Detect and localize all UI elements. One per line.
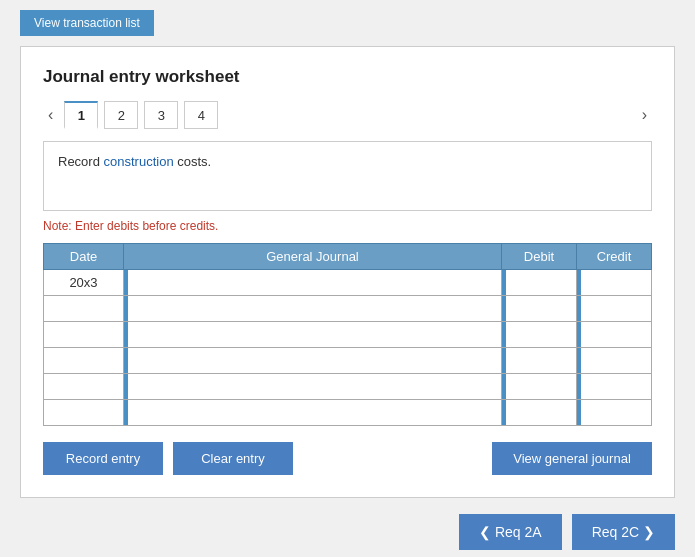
table-row: 20x3 [44,270,652,296]
prev-req-button[interactable]: ❮ Req 2A [459,514,562,550]
debit-input-3[interactable] [502,322,576,347]
journal-input-2[interactable] [134,296,501,321]
journal-table: Date General Journal Debit Credit 20x3 [43,243,652,426]
journal-cell-6[interactable] [124,400,502,426]
tab-1[interactable]: 1 [64,101,98,129]
debit-cell-3[interactable] [502,322,577,348]
table-row [44,296,652,322]
col-header-date: Date [44,244,124,270]
worksheet-card: Journal entry worksheet ‹ 1 2 3 4 › Reco… [20,46,675,498]
tab-prev-arrow[interactable]: ‹ [43,104,58,126]
col-header-debit: Debit [502,244,577,270]
date-cell-6 [44,400,124,426]
table-row [44,348,652,374]
tab-next-arrow[interactable]: › [637,104,652,126]
col-header-credit: Credit [577,244,652,270]
credit-cell-6[interactable] [577,400,652,426]
next-req-button[interactable]: Req 2C ❯ [572,514,675,550]
tab-navigation: ‹ 1 2 3 4 › [43,101,652,129]
credit-input-1[interactable] [577,270,651,295]
credit-cell-2[interactable] [577,296,652,322]
journal-cell-3[interactable] [124,322,502,348]
credit-cell-4[interactable] [577,348,652,374]
date-cell-2 [44,296,124,322]
debit-input-5[interactable] [502,374,576,399]
journal-cell-2[interactable] [124,296,502,322]
debit-input-6[interactable] [502,400,576,425]
instruction-text: Record construction costs. [58,154,211,169]
journal-input-4[interactable] [134,348,501,373]
debit-input-2[interactable] [502,296,576,321]
tab-2[interactable]: 2 [104,101,138,129]
debit-cell-1[interactable] [502,270,577,296]
table-row [44,322,652,348]
journal-cell-1[interactable] [124,270,502,296]
journal-cell-5[interactable] [124,374,502,400]
date-cell-4 [44,348,124,374]
journal-input-5[interactable] [134,374,501,399]
table-row [44,400,652,426]
debit-input-1[interactable] [502,270,576,295]
debit-cell-5[interactable] [502,374,577,400]
date-cell-1: 20x3 [44,270,124,296]
credit-cell-5[interactable] [577,374,652,400]
debit-cell-4[interactable] [502,348,577,374]
clear-entry-button[interactable]: Clear entry [173,442,293,475]
instruction-box: Record construction costs. [43,141,652,211]
journal-input-6[interactable] [134,400,501,425]
journal-input-3[interactable] [134,322,501,347]
credit-input-3[interactable] [577,322,651,347]
debit-cell-6[interactable] [502,400,577,426]
debit-input-4[interactable] [502,348,576,373]
view-general-journal-button[interactable]: View general journal [492,442,652,475]
credit-input-2[interactable] [577,296,651,321]
credit-input-5[interactable] [577,374,651,399]
tab-3[interactable]: 3 [144,101,178,129]
action-buttons: Record entry Clear entry View general jo… [43,442,652,475]
date-cell-5 [44,374,124,400]
credit-cell-3[interactable] [577,322,652,348]
credit-input-4[interactable] [577,348,651,373]
credit-input-6[interactable] [577,400,651,425]
journal-input-1[interactable] [134,270,501,295]
note-text: Note: Enter debits before credits. [43,219,652,233]
date-cell-3 [44,322,124,348]
tab-4[interactable]: 4 [184,101,218,129]
view-transaction-list-button[interactable]: View transaction list [20,10,154,36]
journal-cell-4[interactable] [124,348,502,374]
bottom-navigation: ❮ Req 2A Req 2C ❯ [20,514,675,550]
table-row [44,374,652,400]
card-title: Journal entry worksheet [43,67,652,87]
col-header-journal: General Journal [124,244,502,270]
credit-cell-1[interactable] [577,270,652,296]
debit-cell-2[interactable] [502,296,577,322]
record-entry-button[interactable]: Record entry [43,442,163,475]
